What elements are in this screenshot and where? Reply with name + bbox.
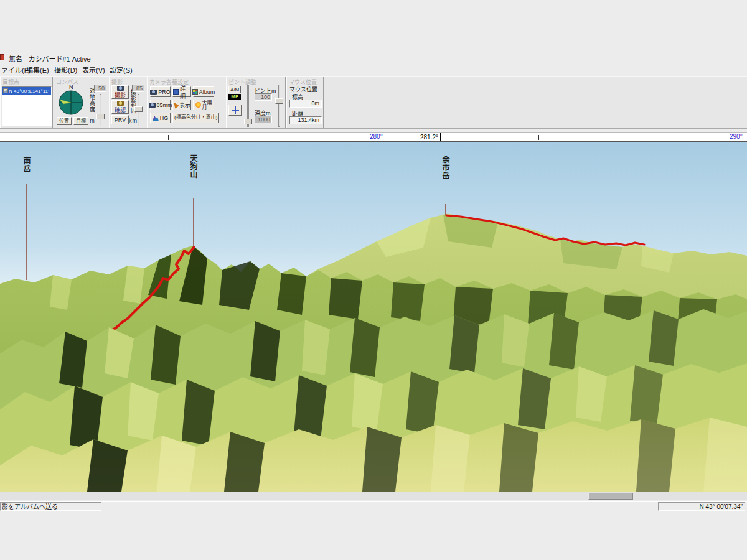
- af-mf-button[interactable]: A/M: [228, 86, 241, 93]
- shoot-button-label: 撮影: [115, 91, 126, 99]
- focus-slider-thumb[interactable]: [244, 119, 252, 124]
- kashibard-window: 無名 - カシバード#1 Active ァイル(F) 編集(E) 撮影(D) 表…: [0, 0, 747, 560]
- confirm-camera-icon: [117, 101, 124, 106]
- hg-mountain-icon: [153, 115, 159, 121]
- detail-button-label: 詳細: [180, 84, 190, 100]
- panel-target-title: 目標点: [2, 78, 19, 86]
- status-coordinate: N 43° 00'07.34": [658, 502, 745, 511]
- altitude-slider[interactable]: [96, 94, 105, 126]
- range-slider[interactable]: [134, 94, 143, 126]
- focus-distance-value: 100: [255, 93, 272, 101]
- depth-value: 1000: [255, 116, 272, 123]
- horizontal-scrollbar[interactable]: [0, 492, 747, 500]
- compass-strip[interactable]: 280° 290° 281.2°: [0, 132, 747, 142]
- compass-label-280: 280°: [370, 133, 383, 140]
- statusbar: 影をアルバムへ送る N 43° 00'07.34": [0, 501, 747, 511]
- compass-tick: [538, 135, 539, 140]
- panel-focus: ピント調整 A/M MF ピントm 100 深度m 1000: [226, 77, 286, 128]
- compass-label-290: 290°: [730, 133, 743, 140]
- altitude-slider-track[interactable]: [100, 94, 101, 126]
- pro-button[interactable]: PRO: [150, 86, 171, 97]
- altitude-slider-unit: m: [89, 118, 95, 124]
- menubar: ァイル(F) 編集(E) 撮影(D) 表示(V) 設定(S): [0, 65, 747, 75]
- album-icon: [192, 89, 198, 95]
- panel-camera-settings: カメラ各種設定 PRO 詳細 Album 85mm 表示: [147, 77, 225, 128]
- altitude-value: 50: [94, 85, 106, 92]
- panel-compass-title: コンパス: [56, 78, 78, 86]
- range-value: 85: [132, 85, 144, 92]
- confirm-button-label: 確認: [115, 106, 126, 114]
- sun-moon-button[interactable]: 太陽月: [193, 100, 214, 110]
- compass-dial[interactable]: [59, 90, 83, 118]
- menu-shoot[interactable]: 撮影(D): [54, 65, 77, 75]
- distance-value: 131.4km: [289, 116, 322, 124]
- elevation-mode-label: (標高色分け・夏山): [172, 113, 219, 123]
- list-item[interactable]: N 43°00';E141°11': [2, 87, 51, 95]
- detail-icon: [173, 89, 179, 95]
- menu-settings[interactable]: 設定(S): [110, 65, 133, 75]
- target-icon: [3, 88, 8, 93]
- compass-north-label: N: [69, 84, 73, 90]
- panel-compass: コンパス N 位置 目標 対地高度 m 50: [54, 77, 108, 128]
- confirm-button[interactable]: 確認: [111, 100, 129, 114]
- focus-slider[interactable]: [244, 85, 253, 127]
- shoot-camera-icon: [117, 86, 124, 91]
- moon-label: 月: [202, 105, 207, 110]
- af-mf-button-label: A/M: [230, 87, 239, 93]
- depth-slider-thumb[interactable]: [275, 98, 283, 104]
- prv-button[interactable]: PRV: [111, 115, 129, 124]
- pro-camera-icon: [150, 90, 157, 95]
- lens-button-label: 85mm: [157, 102, 172, 108]
- album-button-label: Album: [199, 89, 215, 95]
- depth-slider-track[interactable]: [278, 85, 280, 127]
- range-slider-thumb[interactable]: [134, 106, 143, 112]
- prv-button-label: PRV: [115, 117, 126, 123]
- crosshair-icon: [232, 106, 239, 114]
- depth-slider[interactable]: [275, 85, 284, 127]
- altitude-slider-thumb[interactable]: [96, 114, 105, 119]
- panel-mouse-position: マウス位置 マウス位置 標高 0m 距離 131.4km: [286, 77, 324, 128]
- focus-target-button[interactable]: [228, 105, 242, 116]
- panel-target-list: 目標点 N 43°00';E141°11': [0, 77, 53, 128]
- panel-shoot: 撮影 撮影 確認 PRV 撮影範囲 km 85: [109, 77, 146, 128]
- hg-button-label: HG: [160, 115, 169, 121]
- compass-goal-button[interactable]: 目標: [73, 117, 88, 125]
- current-heading-box: 281.2°: [418, 133, 441, 141]
- scrollbar-thumb[interactable]: [588, 493, 633, 500]
- status-message: 影をアルバムへ送る: [0, 502, 101, 511]
- target-coordinate: N 43°00';E141°11': [9, 88, 49, 94]
- sun-icon: [195, 102, 201, 108]
- display-button[interactable]: 表示: [172, 100, 191, 110]
- shoot-button[interactable]: 撮影: [111, 85, 129, 99]
- detail-button[interactable]: 詳細: [172, 86, 191, 97]
- target-listbox[interactable]: N 43°00';E141°11': [2, 86, 52, 126]
- compass-tick: [168, 135, 169, 140]
- mf-indicator: MF: [228, 94, 241, 100]
- toolbar: 目標点 N 43°00';E141°11' コンパス N 位置: [0, 76, 747, 129]
- pro-button-label: PRO: [158, 89, 171, 95]
- menu-edit[interactable]: 編集(E): [26, 65, 49, 75]
- elevation-value: 0m: [289, 100, 322, 108]
- peak-label-yoichidake: 余市岳: [441, 156, 449, 180]
- compass-position-button[interactable]: 位置: [57, 117, 72, 125]
- peak-label-tenguyama: 天狗山: [189, 154, 197, 179]
- terrain-render: [0, 142, 747, 492]
- peak-label-minamidake: 南岳: [22, 157, 31, 173]
- display-button-label: 表示: [179, 101, 190, 109]
- menu-view[interactable]: 表示(V): [82, 65, 105, 75]
- terrain-viewport[interactable]: 南岳 天狗山 余市岳: [0, 142, 747, 492]
- album-button[interactable]: Album: [193, 86, 214, 97]
- lens-button[interactable]: 85mm: [150, 100, 171, 110]
- cursor-icon: [172, 101, 179, 109]
- lens-camera-icon: [149, 103, 156, 108]
- app-icon: [0, 54, 4, 60]
- window-title: 無名 - カシバード#1 Active: [9, 54, 91, 63]
- hg-button[interactable]: HG: [150, 113, 171, 123]
